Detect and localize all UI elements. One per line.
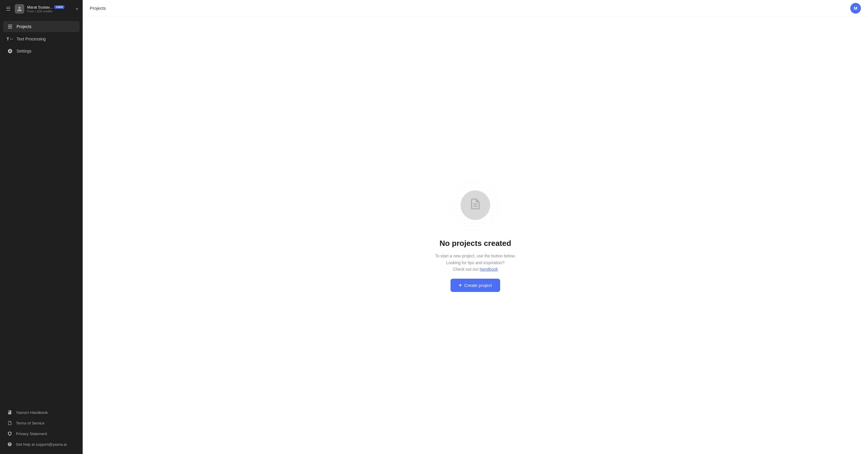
support-icon (7, 442, 12, 447)
terms-label: Terms of Service (16, 421, 44, 425)
topbar: Projects M (83, 0, 868, 17)
user-info[interactable]: Marat Sustav... OWN Free | 100 credits (15, 4, 73, 13)
user-avatar-small (15, 4, 24, 13)
empty-icon-circle (461, 190, 490, 220)
plus-icon: + (459, 282, 462, 288)
sidebar-item-settings[interactable]: Settings (3, 45, 80, 57)
sidebar-item-text-processing[interactable]: T↔ Text Processing (3, 33, 80, 44)
projects-icon (7, 24, 13, 29)
sidebar-item-settings-label: Settings (17, 49, 32, 54)
avatar-letter: M (854, 6, 858, 11)
create-project-label: Create project (464, 283, 492, 288)
sidebar-header: ☰ Marat Sustav... OWN Free | 100 credits… (0, 0, 83, 18)
privacy-statement-link[interactable]: Privacy Statement (3, 429, 80, 439)
empty-state: No projects created To start a new proje… (83, 17, 868, 454)
sidebar-item-projects-label: Projects (17, 24, 32, 29)
handbook-inline-link[interactable]: handbook (480, 267, 498, 271)
privacy-shield-icon (7, 431, 12, 436)
terms-of-service-link[interactable]: Terms of Service (3, 418, 80, 428)
sidebar-footer: Yasna's Handbook Terms of Service Privac… (0, 404, 83, 454)
sidebar: ☰ Marat Sustav... OWN Free | 100 credits… (0, 0, 83, 454)
privacy-label: Privacy Statement (16, 431, 47, 436)
sidebar-item-text-processing-label: Text Processing (17, 37, 46, 41)
chevron-button[interactable]: ▾ (76, 6, 78, 11)
support-label: Get help at support@yasna.ai (16, 442, 67, 447)
handbook-link[interactable]: Yasna's Handbook (3, 408, 80, 417)
settings-gear-icon (7, 48, 13, 54)
user-plan: Free | 100 credits (27, 9, 64, 13)
text-processing-icon: T↔ (7, 36, 13, 41)
empty-icon-wrapper (449, 179, 502, 232)
empty-title: No projects created (440, 239, 512, 248)
user-name-row: Marat Sustav... OWN (27, 5, 64, 9)
own-badge: OWN (54, 5, 64, 9)
subtitle-line1: To start a new project, use the button b… (435, 254, 516, 258)
handbook-label: Yasna's Handbook (16, 410, 48, 415)
hamburger-button[interactable]: ☰ (5, 4, 12, 13)
main-content: Projects M No projects created To start … (83, 0, 868, 454)
user-name: Marat Sustav... (27, 5, 53, 9)
create-project-button[interactable]: + Create project (451, 279, 500, 292)
terms-icon (7, 421, 12, 425)
sidebar-item-projects[interactable]: Projects (3, 21, 80, 32)
document-icon (469, 197, 482, 213)
user-avatar-large[interactable]: M (850, 3, 861, 13)
empty-subtitle: To start a new project, use the button b… (435, 253, 516, 272)
hamburger-icon: ☰ (6, 6, 11, 12)
user-details: Marat Sustav... OWN Free | 100 credits (27, 5, 64, 13)
handbook-icon (7, 410, 12, 415)
sidebar-nav: Projects T↔ Text Processing Settings (0, 18, 83, 60)
page-title: Projects (90, 6, 106, 11)
subtitle-line2: Looking for tips and inspiration? (446, 260, 504, 265)
subtitle-line3: Check out our (453, 267, 480, 271)
chevron-down-icon: ▾ (76, 6, 78, 11)
support-link[interactable]: Get help at support@yasna.ai (3, 439, 80, 449)
